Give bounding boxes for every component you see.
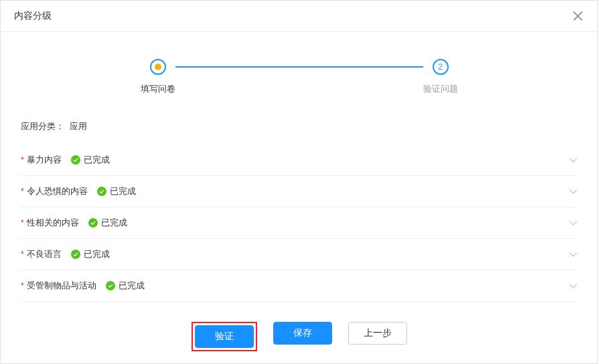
check-icon: [97, 187, 106, 196]
chevron-down-icon: [569, 219, 577, 227]
accordion-item-scary[interactable]: * 令人恐惧的内容 已完成: [21, 176, 577, 207]
step-2: 2 验证问题: [423, 59, 458, 95]
status-text: 已完成: [101, 217, 127, 229]
highlight-box: 验证: [192, 322, 257, 351]
required-star: *: [21, 155, 24, 165]
item-title: 令人恐惧的内容: [27, 185, 88, 197]
step-1-label: 填写问卷: [141, 83, 175, 95]
close-icon[interactable]: [572, 10, 584, 22]
dialog-header: 内容分级: [1, 1, 597, 32]
chevron-down-icon: [569, 187, 577, 195]
back-button[interactable]: 上一步: [348, 322, 407, 345]
accordion-item-language[interactable]: * 不良语言 已完成: [21, 239, 577, 270]
check-icon: [106, 281, 115, 290]
item-title: 性相关的内容: [27, 217, 79, 229]
verify-button[interactable]: 验证: [195, 325, 254, 348]
chevron-down-icon: [569, 250, 577, 258]
required-star: *: [21, 250, 24, 259]
status-badge: 已完成: [71, 154, 110, 166]
item-title: 受管制物品与活动: [27, 280, 96, 292]
status-text: 已完成: [84, 248, 110, 260]
category-value: 应用: [70, 121, 87, 131]
item-title: 不良语言: [27, 248, 62, 260]
chevron-down-icon: [569, 156, 577, 164]
chevron-down-icon: [569, 282, 577, 290]
step-2-circle: 2: [433, 59, 449, 75]
status-text: 已完成: [110, 185, 136, 197]
check-icon: [71, 250, 80, 259]
required-star: *: [21, 187, 24, 196]
status-badge: 已完成: [88, 217, 127, 229]
status-badge: 已完成: [97, 185, 136, 197]
required-star: *: [21, 281, 24, 290]
item-title: 暴力内容: [27, 154, 62, 166]
check-icon: [71, 155, 80, 165]
step-2-label: 验证问题: [423, 83, 458, 95]
status-text: 已完成: [119, 280, 145, 292]
check-icon: [88, 218, 98, 227]
stepper: 填写问卷 2 验证问题: [1, 32, 597, 115]
category-row: 应用分类：应用: [21, 115, 577, 145]
step-connector: [175, 66, 423, 68]
status-badge: 已完成: [106, 280, 145, 292]
step-1-circle: [150, 59, 166, 75]
accordion-item-sexual[interactable]: * 性相关的内容 已完成: [21, 207, 577, 239]
status-badge: 已完成: [71, 248, 110, 260]
dialog-title: 内容分级: [14, 10, 52, 22]
status-text: 已完成: [84, 154, 110, 166]
accordion-item-controlled[interactable]: * 受管制物品与活动 已完成: [21, 270, 577, 302]
footer: 验证 保存 上一步: [1, 302, 597, 364]
step-1: 填写问卷: [141, 59, 175, 95]
accordion-item-violence[interactable]: * 暴力内容 已完成: [21, 145, 577, 176]
category-label: 应用分类：: [21, 121, 64, 131]
required-star: *: [21, 218, 24, 227]
content-area: 应用分类：应用 * 暴力内容 已完成 * 令人恐惧的内容 已完成 * 性相关的内…: [1, 115, 597, 302]
save-button[interactable]: 保存: [273, 322, 332, 345]
